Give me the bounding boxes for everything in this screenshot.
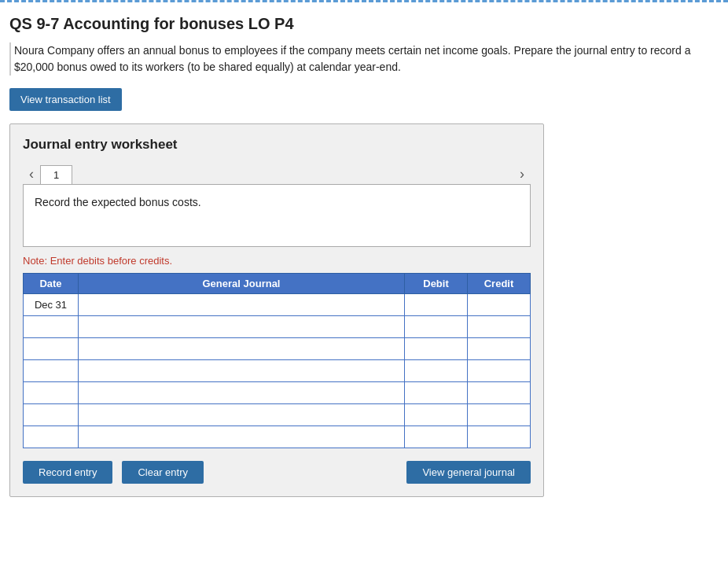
view-transaction-button[interactable]: View transaction list <box>9 88 122 111</box>
worksheet-container: Journal entry worksheet ‹ 1 › Record the… <box>9 123 544 497</box>
journal-input-0[interactable] <box>79 294 404 315</box>
journal-input-6[interactable] <box>79 426 404 448</box>
journal-input-3[interactable] <box>79 360 404 381</box>
debit-cell-2[interactable] <box>405 338 468 360</box>
credit-cell-2[interactable] <box>468 338 531 360</box>
tab-navigation: ‹ 1 › <box>23 164 531 184</box>
record-entry-button[interactable]: Record entry <box>23 461 112 484</box>
journal-cell-3[interactable] <box>79 360 405 382</box>
debit-cell-4[interactable] <box>405 382 468 404</box>
credit-cell-6[interactable] <box>468 426 531 448</box>
debit-input-3[interactable] <box>405 360 467 381</box>
journal-table: Date General Journal Debit Credit Dec 31 <box>23 273 531 448</box>
date-cell-4 <box>24 382 79 404</box>
page-title: QS 9-7 Accounting for bonuses LO P4 <box>9 15 719 33</box>
worksheet-title: Journal entry worksheet <box>23 137 531 153</box>
date-cell-2 <box>24 338 79 360</box>
tab-1[interactable]: 1 <box>40 165 72 184</box>
debit-input-0[interactable] <box>405 294 467 315</box>
journal-cell-0[interactable] <box>79 294 405 316</box>
credit-cell-4[interactable] <box>468 382 531 404</box>
journal-cell-1[interactable] <box>79 316 405 338</box>
date-cell-5 <box>24 404 79 426</box>
credit-input-5[interactable] <box>468 404 530 425</box>
col-header-journal: General Journal <box>79 274 405 294</box>
journal-cell-2[interactable] <box>79 338 405 360</box>
journal-cell-5[interactable] <box>79 404 405 426</box>
journal-cell-4[interactable] <box>79 382 405 404</box>
debit-cell-1[interactable] <box>405 316 468 338</box>
table-row <box>24 426 531 448</box>
table-header-row: Date General Journal Debit Credit <box>24 274 531 294</box>
journal-input-2[interactable] <box>79 338 404 359</box>
credit-cell-5[interactable] <box>468 404 531 426</box>
debit-cell-6[interactable] <box>405 426 468 448</box>
prev-tab-button[interactable]: ‹ <box>23 164 40 184</box>
note-text: Note: Enter debits before credits. <box>23 255 531 267</box>
debit-input-1[interactable] <box>405 316 467 337</box>
table-row <box>24 338 531 360</box>
date-cell-0: Dec 31 <box>24 294 79 316</box>
date-cell-1 <box>24 316 79 338</box>
col-header-date: Date <box>24 274 79 294</box>
debit-cell-3[interactable] <box>405 360 468 382</box>
table-row <box>24 316 531 338</box>
journal-cell-6[interactable] <box>79 426 405 448</box>
date-cell-6 <box>24 426 79 448</box>
credit-input-2[interactable] <box>468 338 530 359</box>
table-row <box>24 382 531 404</box>
next-tab-button[interactable]: › <box>513 164 531 184</box>
description: Noura Company offers an annual bonus to … <box>9 42 719 76</box>
debit-cell-0[interactable] <box>405 294 468 316</box>
journal-input-4[interactable] <box>79 382 404 403</box>
date-cell-3 <box>24 360 79 382</box>
debit-cell-5[interactable] <box>405 404 468 426</box>
credit-input-3[interactable] <box>468 360 530 381</box>
table-row <box>24 360 531 382</box>
debit-input-6[interactable] <box>405 426 467 448</box>
debit-input-2[interactable] <box>405 338 467 359</box>
button-row: Record entry Clear entry View general jo… <box>23 461 531 484</box>
credit-input-0[interactable] <box>468 294 530 315</box>
col-header-debit: Debit <box>405 274 468 294</box>
worksheet-body: Record the expected bonus costs. <box>23 184 531 247</box>
clear-entry-button[interactable]: Clear entry <box>122 461 204 484</box>
credit-input-6[interactable] <box>468 426 530 448</box>
journal-input-1[interactable] <box>79 316 404 337</box>
worksheet-instruction: Record the expected bonus costs. <box>35 196 201 208</box>
view-general-journal-button[interactable]: View general journal <box>406 461 531 484</box>
credit-input-4[interactable] <box>468 382 530 403</box>
credit-input-1[interactable] <box>468 316 530 337</box>
debit-input-4[interactable] <box>405 382 467 403</box>
credit-cell-3[interactable] <box>468 360 531 382</box>
table-row: Dec 31 <box>24 294 531 316</box>
col-header-credit: Credit <box>468 274 531 294</box>
journal-input-5[interactable] <box>79 404 404 425</box>
table-row <box>24 404 531 426</box>
debit-input-5[interactable] <box>405 404 467 425</box>
credit-cell-0[interactable] <box>468 294 531 316</box>
page-container: QS 9-7 Accounting for bonuses LO P4 Nour… <box>0 2 728 510</box>
credit-cell-1[interactable] <box>468 316 531 338</box>
